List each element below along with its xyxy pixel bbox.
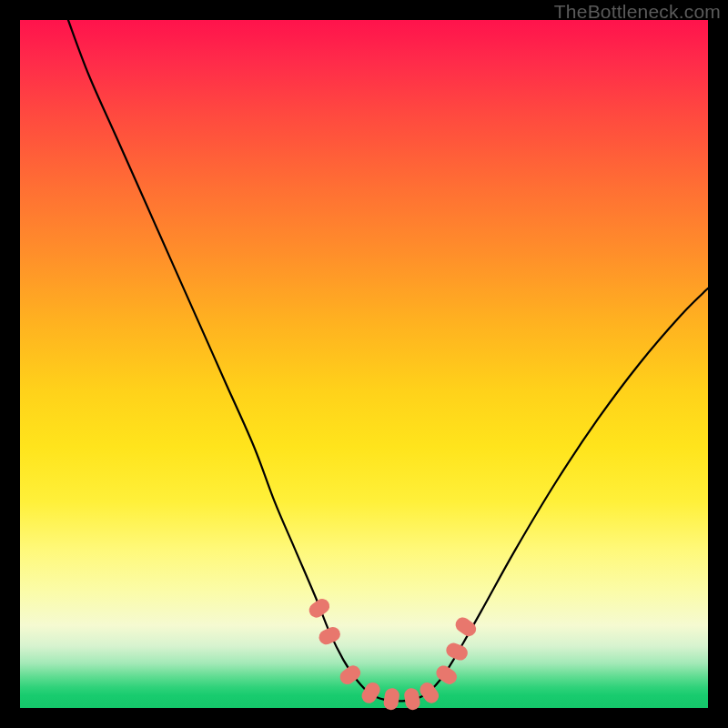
marker-group xyxy=(306,596,479,711)
trough-marker xyxy=(383,687,400,711)
chart-svg xyxy=(20,20,708,708)
trough-marker xyxy=(317,624,343,647)
trough-marker xyxy=(403,687,421,711)
trough-marker xyxy=(452,614,479,639)
chart-frame: TheBottleneck.com xyxy=(0,0,728,728)
trough-marker xyxy=(444,641,470,662)
trough-marker xyxy=(359,680,383,706)
plot-area xyxy=(20,20,708,708)
bottleneck-curve xyxy=(68,20,708,701)
watermark-text: TheBottleneck.com xyxy=(554,1,721,23)
trough-marker xyxy=(306,596,332,621)
